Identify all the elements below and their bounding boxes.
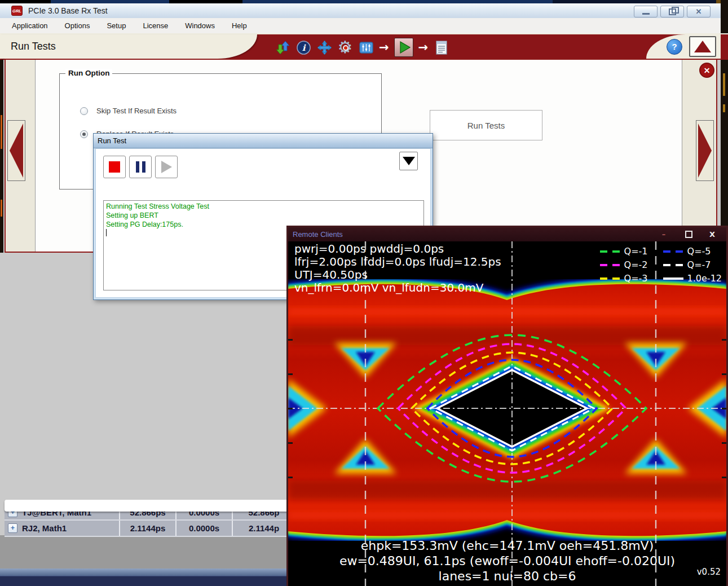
run-test-dialog-title: Run Test (98, 136, 126, 145)
jitter-params: pwrj=0.00ps pwddj=0.0pslfrj=2.00ps lfddj… (294, 243, 501, 294)
next-page-button[interactable] (696, 120, 714, 181)
menu-help[interactable]: Help (223, 21, 255, 30)
sort-updown-icon[interactable] (275, 39, 290, 55)
radio-skip-test-label[interactable]: Skip Test If Result Exists (96, 107, 177, 115)
eye-measurements: ehpk=153.3mV (ehc=147.1mV oeh=451.8mV) e… (288, 538, 726, 584)
close-icon: ✕ (696, 7, 702, 16)
expand-row-icon[interactable]: + (8, 523, 17, 533)
legend-entry: Q=-7 (663, 259, 722, 270)
menu-application[interactable]: Application (0, 21, 56, 30)
move-icon[interactable] (316, 39, 332, 55)
edge-fleck (723, 104, 725, 112)
radio-skip-test[interactable] (80, 107, 88, 115)
log-line: Running Test Stress Voltage Test (106, 202, 421, 211)
row-value: 2.1144p (249, 523, 279, 533)
white-dash-swatch (663, 264, 683, 266)
arrow-left-icon (10, 124, 23, 178)
run-option-title: Run Option (65, 69, 112, 77)
version-label: v0.52 (697, 567, 721, 577)
play-icon (161, 161, 172, 173)
run-test-dialog-titlebar[interactable]: Run Test (94, 134, 433, 148)
gear-icon[interactable]: ⚙ (337, 39, 353, 55)
measurement-line: ew=0.489UI, 61.1ps (ewoff=-0.004UI ehoff… (288, 553, 726, 569)
pause-icon (136, 161, 145, 173)
contour-legend: Q=-1 Q=-5 Q=-2 Q=-7 Q=-3 1.0e-12 (600, 246, 722, 284)
info-icon[interactable]: i (295, 39, 311, 55)
legend-entry: Q=-1 (600, 246, 654, 257)
main-toolbar: Run Tests i ⚙ (0, 33, 728, 60)
report-icon[interactable] (433, 39, 449, 55)
prev-page-button[interactable] (7, 120, 25, 181)
flow-arrow-icon: → (418, 41, 429, 54)
maximize-icon (685, 231, 692, 238)
legend-label: Q=-3 (624, 273, 648, 284)
restore-icon (669, 8, 676, 15)
menu-windows[interactable]: Windows (177, 21, 223, 30)
dropdown-button[interactable] (399, 152, 418, 170)
param-line: UTJ=40.50ps (294, 268, 501, 281)
minimize-icon (642, 13, 650, 15)
eye-diagram-canvas: pwrj=0.00ps pwddj=0.0pslfrj=2.00ps lfddj… (288, 241, 726, 586)
legend-entry: 1.0e-12 (663, 273, 722, 284)
param-line: vn_lfrn=0.0mV vn_lfudn=30.0mV (294, 281, 501, 294)
radio-replace-result[interactable] (80, 130, 88, 138)
legend-label: Q=-5 (687, 246, 711, 257)
legend-entry: Q=-3 (600, 273, 654, 284)
arrow-right-icon (698, 124, 712, 178)
edge-fleck (1, 115, 2, 149)
app-title: PCIe 3.0 Base Rx Test (28, 6, 108, 15)
white-solid-swatch (663, 277, 683, 280)
menu-setup[interactable]: Setup (98, 21, 134, 30)
legend-label: Q=-2 (624, 259, 648, 270)
run-play-button[interactable] (394, 38, 413, 57)
legend-label: Q=-1 (624, 246, 648, 257)
background-window-left-edge (0, 59, 3, 253)
yellow-dash-swatch (600, 277, 620, 280)
row-name: RJ2, Math1 (22, 523, 67, 533)
edge-fleck (723, 73, 725, 96)
resume-button-disabled[interactable] (155, 156, 178, 178)
remote-clients-titlebar[interactable]: Remote Clients – X (288, 227, 726, 241)
legend-label: Q=-7 (687, 259, 711, 270)
measurement-line: ehpk=153.3mV (ehc=147.1mV oeh=451.8mV) (288, 538, 726, 553)
panel-close-button[interactable]: ✕ (699, 63, 714, 78)
log-line: Setting up BERT (106, 211, 421, 220)
row-value: 0.0000s (189, 523, 219, 533)
flow-arrow-icon: → (379, 41, 389, 54)
help-icon[interactable]: ? (667, 39, 682, 55)
close-button[interactable]: ✕ (687, 6, 711, 17)
collapse-panel-button[interactable] (689, 36, 716, 57)
run-tests-tab-label: Run Tests (11, 41, 56, 52)
param-line: pwrj=0.00ps pwddj=0.0ps (294, 243, 501, 255)
legend-entry: Q=-5 (663, 246, 722, 257)
edge-fleck (1, 200, 2, 217)
stop-button[interactable] (103, 156, 126, 178)
magenta-dash-swatch (600, 264, 620, 266)
run-tests-button[interactable]: Run Tests (430, 110, 542, 140)
rc-minimize-button[interactable]: – (655, 227, 672, 241)
measurement-line: lanes=1 nui=80 cb=6 (288, 569, 726, 584)
blue-dash-swatch (663, 250, 683, 253)
param-line: lfrj=2.00ps lfddj=0.0ps lfudj=12.5ps (294, 255, 501, 268)
menu-options[interactable]: Options (56, 21, 99, 30)
text-caret (106, 229, 107, 236)
menu-license[interactable]: License (134, 21, 177, 30)
remote-clients-title: Remote Clients (293, 230, 343, 239)
stop-icon (109, 161, 120, 173)
legend-entry: Q=-2 (600, 259, 654, 270)
restore-button[interactable] (660, 6, 684, 17)
green-dash-swatch (600, 250, 620, 253)
legend-label: 1.0e-12 (687, 273, 722, 284)
menu-bar: Application Options Setup License Window… (0, 18, 721, 33)
app-titlebar[interactable]: GRL PCIe 3.0 Base Rx Test ✕ (0, 3, 721, 19)
remote-clients-window: Remote Clients – X (286, 226, 728, 586)
run-tests-tab: Run Tests (0, 34, 257, 59)
rc-maximize-button[interactable] (680, 227, 697, 241)
play-icon (396, 39, 412, 55)
minimize-button[interactable] (634, 6, 658, 17)
app-logo-icon: GRL (11, 6, 23, 16)
rc-close-button[interactable]: X (704, 227, 721, 241)
triangle-up-icon (694, 41, 711, 52)
mixer-panel-icon[interactable] (358, 39, 374, 55)
pause-button[interactable] (129, 156, 152, 178)
